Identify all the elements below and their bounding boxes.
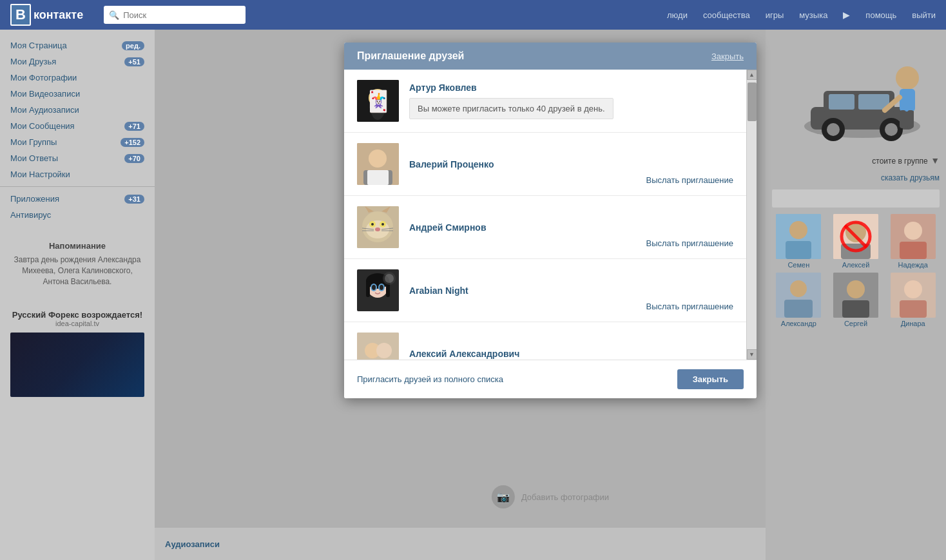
nav-people[interactable]: люди	[667, 10, 688, 20]
sidebar-label-my-friends: Мои Друзья	[10, 57, 56, 66]
valery-avatar-svg	[357, 143, 399, 185]
nav-logout[interactable]: выйти	[912, 10, 936, 20]
modal: Приглашение друзей Закрыть	[344, 43, 757, 398]
ad-url: idea-capital.tv	[10, 320, 144, 327]
friend-row-valery: Валерий Проценко Выслать приглашение	[344, 133, 746, 196]
close-modal-button[interactable]: Закрыть	[677, 369, 744, 389]
artur-info: Артур Яковлев Вы можете пригласить тольк…	[409, 82, 733, 119]
aleksiy-info: Алексий Александрович	[409, 349, 733, 359]
valery-info: Валерий Проценко	[409, 159, 733, 169]
sidebar-item-my-friends[interactable]: Мои Друзья +51	[0, 53, 155, 70]
modal-title: Приглашение друзей	[357, 50, 464, 62]
nav-communities[interactable]: сообщества	[703, 10, 750, 20]
friend-avatar-aleksiy[interactable]	[357, 333, 399, 360]
friend-name-artur[interactable]: Артур Яковлев	[409, 82, 733, 93]
sidebar-item-my-groups[interactable]: Мои Группы +152	[0, 134, 155, 150]
modal-header: Приглашение друзей Закрыть	[344, 43, 757, 70]
sidebar-badge-my-friends: +51	[124, 57, 144, 66]
modal-overlay: Приглашение друзей Закрыть	[155, 30, 946, 560]
header: В контакте 🔍 люди сообщества игры музыка…	[0, 0, 946, 30]
play-icon[interactable]: ▶	[843, 10, 850, 20]
friend-name-arabian[interactable]: Arabian Night	[409, 285, 733, 296]
sidebar-item-my-photos[interactable]: Мои Фотографии	[0, 70, 155, 86]
search-input[interactable]	[123, 10, 240, 20]
sidebar: Моя Страница ред. Мои Друзья +51 Мои Фот…	[0, 30, 155, 560]
sidebar-label-my-answers: Мои Ответы	[10, 153, 58, 163]
sidebar-badge-my-answers: +70	[124, 154, 144, 163]
sidebar-label-my-settings: Мои Настройки	[10, 169, 70, 179]
arabian-avatar-svg	[357, 269, 399, 311]
sidebar-label-my-groups: Мои Группы	[10, 137, 57, 147]
sidebar-badge-my-messages: +71	[124, 122, 144, 131]
svg-point-67	[376, 343, 392, 358]
reminder-box: Напоминание Завтра день рождения Алексан…	[0, 233, 155, 294]
friend-avatar-arabian[interactable]	[357, 269, 399, 311]
friend-row-artur: Артур Яковлев Вы можете пригласить тольк…	[344, 70, 746, 133]
ad-image	[10, 333, 144, 397]
nav-help[interactable]: помощь	[865, 10, 896, 20]
svg-point-46	[381, 223, 384, 226]
aleksiy-avatar-svg	[357, 333, 399, 360]
nav-music[interactable]: музыка	[799, 10, 827, 20]
search-icon: 🔍	[109, 10, 119, 20]
ad-box[interactable]: Русский Форекс возрождается! idea-capita…	[0, 305, 155, 402]
invite-btn-arabian[interactable]: Выслать приглашение	[646, 302, 733, 311]
logo-text: контакте	[34, 8, 83, 22]
logo-box: В	[10, 4, 31, 26]
sidebar-item-my-messages[interactable]: Мои Сообщения +71	[0, 118, 155, 134]
sidebar-item-my-answers[interactable]: Мои Ответы +70	[0, 150, 155, 166]
sidebar-item-my-audio[interactable]: Мои Аудиозаписи	[0, 102, 155, 118]
sidebar-item-my-settings[interactable]: Мои Настройки	[0, 166, 155, 182]
reminder-text: Завтра день рождения Александра Михеева,…	[10, 255, 144, 287]
scroll-up-arrow[interactable]: ▲	[747, 70, 757, 80]
svg-point-62	[380, 285, 383, 290]
svg-point-35	[369, 89, 387, 107]
arabian-info: Arabian Night	[409, 285, 733, 296]
sidebar-divider	[0, 186, 155, 187]
sidebar-badge-apps: +31	[124, 195, 144, 204]
content-area: 📷 Добавить фотографии Аудиозаписи	[155, 30, 946, 560]
sidebar-label-antivirus: Антивирус	[10, 210, 51, 220]
friend-row-aleksiy: Алексий Александрович Выслать приглашени…	[344, 322, 746, 360]
artur-avatar-svg	[357, 80, 399, 122]
invite-btn-valery[interactable]: Выслать приглашение	[646, 175, 733, 185]
friend-name-aleksiy[interactable]: Алексий Александрович	[409, 349, 733, 359]
friend-avatar-artur[interactable]	[357, 80, 399, 122]
main-layout: Моя Страница ред. Мои Друзья +51 Мои Фот…	[0, 30, 946, 560]
sidebar-item-antivirus[interactable]: Антивирус	[0, 207, 155, 223]
friend-row-arabian: Arabian Night Выслать приглашение	[344, 259, 746, 322]
sidebar-label-my-messages: Мои Сообщения	[10, 121, 75, 131]
reminder-title: Напоминание	[10, 241, 144, 251]
sidebar-label-my-audio: Мои Аудиозаписи	[10, 105, 79, 115]
invite-all-link[interactable]: Пригласить друзей из полного списка	[357, 374, 503, 384]
scroll-thumb[interactable]	[748, 82, 757, 121]
svg-rect-57	[366, 281, 370, 297]
sidebar-item-my-videos[interactable]: Мои Видеозаписи	[0, 86, 155, 102]
modal-list[interactable]: Артур Яковлев Вы можете пригласить тольк…	[344, 70, 746, 360]
svg-point-37	[369, 150, 387, 168]
friend-name-valery[interactable]: Валерий Проценко	[409, 159, 733, 169]
friend-name-andrey[interactable]: Андрей Смирнов	[409, 222, 733, 233]
sidebar-badge-my-page: ред.	[122, 41, 144, 50]
nav-games[interactable]: игры	[766, 10, 784, 20]
sidebar-label-my-photos: Мои Фотографии	[10, 73, 77, 82]
sidebar-badge-my-groups: +152	[121, 138, 144, 147]
svg-point-61	[372, 285, 376, 290]
friend-avatar-valery[interactable]	[357, 143, 399, 185]
logo[interactable]: В контакте	[10, 4, 83, 26]
modal-close-top[interactable]: Закрыть	[711, 52, 744, 61]
scroll-down-arrow[interactable]: ▼	[747, 349, 757, 360]
invite-btn-andrey[interactable]: Выслать приглашение	[646, 238, 733, 248]
sidebar-item-my-page[interactable]: Моя Страница ред.	[0, 37, 155, 53]
sidebar-item-apps[interactable]: Приложения +31	[0, 191, 155, 207]
svg-point-45	[371, 223, 374, 226]
ad-title: Русский Форекс возрождается!	[10, 310, 144, 320]
modal-scrollbar[interactable]: ▲ ▼	[746, 70, 757, 360]
header-nav: люди сообщества игры музыка ▶ помощь вый…	[667, 10, 936, 20]
logo-v-icon: В	[15, 6, 26, 23]
friend-avatar-andrey[interactable]	[357, 206, 399, 248]
modal-footer: Пригласить друзей из полного списка Закр…	[344, 360, 757, 398]
svg-point-49	[375, 227, 380, 231]
search-box[interactable]: 🔍	[104, 6, 246, 24]
andrey-info: Андрей Смирнов	[409, 222, 733, 233]
